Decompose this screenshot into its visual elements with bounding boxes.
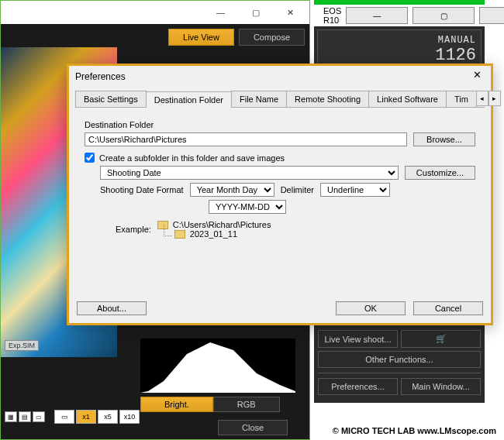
histogram	[140, 339, 295, 393]
dialog-close-button[interactable]: ✕	[469, 69, 485, 84]
mode-toolbar: Live View Compose	[1, 24, 309, 50]
tab-scroll-right-button[interactable]: ▸	[488, 91, 501, 106]
cancel-button[interactable]: Cancel	[413, 301, 483, 315]
pattern-select[interactable]: YYYY-MM-DD	[209, 200, 286, 214]
zoom-x10-button[interactable]: x10	[119, 410, 140, 424]
example-sub: 2023_01_11	[190, 229, 237, 239]
close-button[interactable]: ✕	[273, 2, 308, 23]
other-functions-button[interactable]: Other Functions...	[318, 351, 481, 368]
about-button[interactable]: About...	[77, 301, 147, 315]
tab-linked-software[interactable]: Linked Software	[368, 91, 447, 107]
zoom-fit-button[interactable]: ▭	[54, 410, 74, 424]
dialog-body: Destination Folder Browse... Create a su…	[69, 108, 491, 251]
preferences-button[interactable]: Preferences...	[318, 378, 398, 395]
customize-button[interactable]: Customize...	[405, 166, 475, 180]
rgb-tab[interactable]: RGB	[213, 397, 280, 412]
shot-count: 1126	[323, 46, 476, 65]
maximize-button[interactable]: ▢	[238, 2, 273, 23]
dest-folder-input[interactable]	[85, 132, 407, 146]
histogram-tabs: Bright. RGB	[140, 397, 280, 412]
preferences-dialog: Preferences ✕ Basic Settings Destination…	[67, 64, 493, 325]
zoom-x5-button[interactable]: x5	[98, 410, 118, 424]
live-view-shoot-button[interactable]: Live View shoot...	[318, 330, 398, 348]
dialog-title: Preferences	[75, 71, 469, 82]
main-window-button[interactable]: Main Window...	[401, 378, 481, 395]
browse-button[interactable]: Browse...	[413, 132, 475, 146]
date-format-label: Shooting Date Format	[100, 185, 184, 194]
ok-button[interactable]: OK	[336, 301, 406, 315]
tab-remote-shooting[interactable]: Remote Shooting	[286, 91, 369, 107]
cam-close-button[interactable]: ✕	[479, 7, 504, 24]
delimiter-label: Delimiter	[281, 185, 314, 194]
shooting-mode: MANUAL	[323, 35, 476, 46]
brightness-tab[interactable]: Bright.	[140, 397, 213, 412]
dialog-titlebar: Preferences ✕	[69, 66, 491, 88]
window-titlebar: — ▢ ✕	[1, 1, 309, 24]
minimize-button[interactable]: —	[203, 2, 238, 23]
cam-title: EOS R10	[323, 6, 341, 25]
create-subfolder-checkbox[interactable]	[85, 153, 95, 163]
tab-time[interactable]: Tim	[446, 91, 477, 107]
cam-maximize-button[interactable]: ▢	[413, 7, 475, 24]
copyright-text: © MICRO TECH LAB www.LMscope.com	[333, 426, 496, 435]
bottom-toolbar: ▦ ▤ ▭ ▭ x1 x5 x10	[5, 410, 140, 424]
dest-folder-label: Destination Folder	[85, 120, 475, 129]
tab-scroll-left-button[interactable]: ◂	[476, 91, 488, 106]
ratio-icon[interactable]: ▭	[33, 411, 45, 422]
zoom-x1-button[interactable]: x1	[76, 410, 96, 424]
live-view-button[interactable]: Live View	[168, 29, 234, 46]
date-format-select[interactable]: Year Month Day	[190, 183, 274, 197]
grid2-icon[interactable]: ▤	[19, 411, 31, 422]
compose-button[interactable]: Compose	[239, 29, 305, 46]
cam-minimize-button[interactable]: —	[346, 7, 408, 24]
cam-titlebar: EOS R10 — ▢ ✕	[314, 5, 485, 26]
tab-scroll: ◂ ▸	[476, 91, 501, 107]
delimiter-select[interactable]: Underline	[320, 183, 390, 197]
grid-icon[interactable]: ▦	[5, 411, 17, 422]
tab-destination-folder[interactable]: Destination Folder	[146, 91, 232, 108]
close-button-bottom[interactable]: Close	[218, 420, 288, 435]
example-path: C:\Users\Richard\Pictures	[173, 220, 271, 229]
tab-file-name[interactable]: File Name	[231, 91, 287, 107]
folder-icon	[174, 230, 185, 239]
subfolder-select[interactable]: Shooting Date	[100, 166, 399, 180]
dialog-tabs: Basic Settings Destination Folder File N…	[75, 91, 485, 108]
exp-sim-badge: Exp.SIM	[5, 340, 39, 351]
cart-icon[interactable]: 🛒	[401, 330, 481, 348]
create-subfolder-label: Create a subfolder in this folder and sa…	[99, 153, 285, 163]
dialog-footer: About... OK Cancel	[77, 301, 483, 315]
tab-basic-settings[interactable]: Basic Settings	[75, 91, 147, 107]
example-label: Example:	[116, 225, 151, 234]
camera-buttons: Live View shoot... 🛒 Other Functions... …	[318, 327, 481, 395]
